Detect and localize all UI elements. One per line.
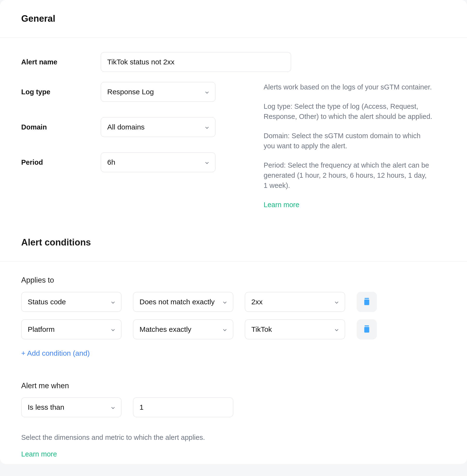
log-type-row: Log type Response Log: [21, 82, 215, 102]
delete-condition-button[interactable]: [357, 319, 377, 340]
condition-operator-select[interactable]: Does not match exactly: [133, 292, 233, 312]
trash-icon: [363, 325, 371, 334]
condition-dimension-select[interactable]: Platform: [21, 320, 121, 339]
applies-to-label: Applies to: [21, 276, 446, 285]
domain-select[interactable]: All domains: [101, 117, 215, 137]
log-type-select[interactable]: Response Log: [101, 82, 215, 102]
conditions-learn-more-link[interactable]: Learn more: [21, 450, 57, 458]
condition-operator-select[interactable]: Matches exactly: [133, 320, 233, 339]
delete-condition-button[interactable]: [357, 292, 377, 312]
alert-name-label: Alert name: [21, 58, 101, 66]
svg-rect-3: [364, 327, 369, 333]
svg-rect-1: [364, 299, 369, 305]
info-p3: Domain: Select the sGTM custom domain to…: [264, 131, 432, 151]
alert-me-when-label: Alert me when: [21, 381, 446, 390]
add-condition-link[interactable]: + Add condition (and): [21, 349, 90, 357]
general-header: General: [0, 0, 467, 38]
conditions-header: Alert conditions: [0, 216, 467, 261]
trash-icon: [363, 297, 371, 307]
alert-me-when-row: Is less than: [21, 397, 446, 417]
svg-rect-0: [364, 298, 369, 299]
condition-value-select[interactable]: TikTok: [245, 320, 345, 339]
alert-name-input[interactable]: [101, 52, 291, 72]
alert-name-row: Alert name: [21, 52, 446, 72]
domain-row: Domain All domains: [21, 117, 215, 137]
comparison-select[interactable]: Is less than: [21, 397, 121, 417]
general-info: Alerts work based on the logs of your sG…: [264, 82, 432, 210]
threshold-input[interactable]: [133, 397, 233, 417]
condition-row: Platform Matches exactly TikTok: [21, 319, 446, 340]
domain-label: Domain: [21, 123, 101, 131]
info-p1: Alerts work based on the logs of your sG…: [264, 82, 432, 92]
condition-value-select[interactable]: 2xx: [245, 292, 345, 312]
general-learn-more-link[interactable]: Learn more: [264, 200, 432, 210]
conditions-title: Alert conditions: [21, 237, 446, 248]
general-title: General: [21, 14, 446, 24]
period-label: Period: [21, 158, 101, 166]
conditions-help-text: Select the dimensions and metric to whic…: [21, 434, 446, 442]
info-p2: Log type: Select the type of log (Access…: [264, 101, 432, 122]
period-row: Period 6h: [21, 152, 215, 172]
info-p4: Period: Select the frequency at which th…: [264, 160, 432, 190]
condition-dimension-select[interactable]: Status code: [21, 292, 121, 312]
condition-row: Status code Does not match exactly 2xx: [21, 292, 446, 312]
log-type-label: Log type: [21, 88, 101, 96]
svg-rect-2: [364, 325, 369, 326]
period-select[interactable]: 6h: [101, 152, 215, 172]
